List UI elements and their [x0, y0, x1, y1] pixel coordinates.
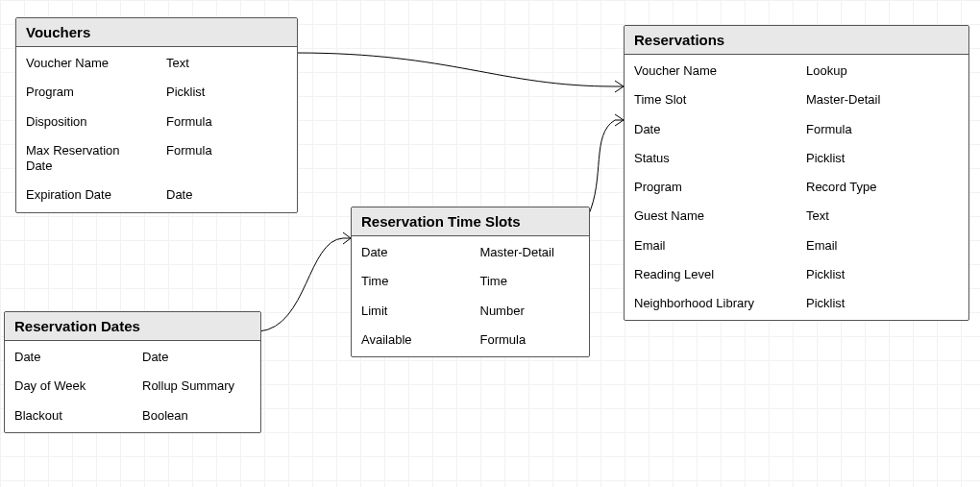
entity-vouchers-title: Vouchers — [16, 18, 297, 47]
field-name: Guest Name — [625, 202, 796, 231]
table-row: Voucher Name Text — [16, 49, 297, 78]
entity-vouchers-body: Voucher Name Text Program Picklist Dispo… — [16, 47, 297, 212]
table-row: Time Time — [352, 267, 589, 296]
field-type: Text — [157, 49, 297, 78]
field-name: Disposition — [16, 108, 157, 136]
field-type: Lookup — [796, 57, 968, 85]
table-row: Voucher Name Lookup — [625, 57, 968, 85]
table-row: Status Picklist — [625, 144, 968, 173]
entity-vouchers[interactable]: Vouchers Voucher Name Text Program Pickl… — [15, 17, 298, 213]
field-type: Picklist — [157, 78, 297, 107]
field-name: Blackout — [5, 402, 133, 430]
field-type: Picklist — [796, 260, 968, 289]
rel-timeslots-to-reservations — [588, 120, 615, 216]
field-name: Time — [352, 267, 471, 296]
field-type: Formula — [157, 108, 297, 136]
field-name: Expiration Date — [16, 181, 157, 209]
table-row: Limit Number — [352, 297, 589, 326]
field-name: Voucher Name — [16, 49, 157, 78]
rel-dates-to-timeslots — [259, 238, 343, 331]
field-name: Voucher Name — [625, 57, 796, 85]
table-row: Date Master-Detail — [352, 238, 589, 267]
field-name: Available — [352, 326, 471, 354]
field-type: Time — [471, 267, 590, 296]
table-row: Time Slot Master-Detail — [625, 85, 968, 114]
field-type: Boolean — [133, 402, 260, 430]
table-row: Available Formula — [352, 326, 589, 354]
field-name: Status — [625, 144, 796, 173]
field-type: Formula — [471, 326, 590, 354]
field-type: Email — [796, 231, 968, 260]
field-name: Date — [625, 115, 796, 144]
entity-reservations-title: Reservations — [625, 26, 968, 55]
field-type: Formula — [796, 115, 968, 144]
field-type: Master-Detail — [796, 85, 968, 114]
rel-vouchers-to-reservations — [296, 53, 615, 86]
field-type: Master-Detail — [471, 238, 590, 267]
field-name: Time Slot — [625, 85, 796, 114]
table-row: Program Picklist — [16, 78, 297, 107]
erd-canvas: Vouchers Voucher Name Text Program Pickl… — [0, 0, 980, 487]
field-type: Picklist — [796, 289, 968, 318]
field-type: Date — [157, 181, 297, 209]
table-row: Guest Name Text — [625, 202, 968, 231]
table-row: Expiration Date Date — [16, 181, 297, 209]
field-type: Picklist — [796, 144, 968, 173]
table-row: Day of Week Rollup Summary — [5, 372, 260, 401]
field-name: Program — [625, 173, 796, 202]
table-row: Program Record Type — [625, 173, 968, 202]
entity-reservation-dates-title: Reservation Dates — [5, 312, 260, 341]
entity-reservation-dates[interactable]: Reservation Dates Date Date Day of Week … — [4, 311, 261, 433]
field-name: Program — [16, 78, 157, 107]
entity-reservation-time-slots-title: Reservation Time Slots — [352, 207, 589, 236]
field-name: Date — [5, 343, 133, 372]
table-row: Max Reservation Date Formula — [16, 136, 297, 182]
field-type: Formula — [157, 136, 297, 182]
field-type: Record Type — [796, 173, 968, 202]
entity-reservation-time-slots[interactable]: Reservation Time Slots Date Master-Detai… — [351, 207, 590, 357]
table-row: Email Email — [625, 231, 968, 260]
field-type: Number — [471, 297, 590, 326]
table-row: Date Date — [5, 343, 260, 372]
field-name: Limit — [352, 297, 471, 326]
entity-reservation-time-slots-body: Date Master-Detail Time Time Limit Numbe… — [352, 236, 589, 356]
field-name: Neighborhood Library — [625, 289, 796, 318]
field-name: Reading Level — [625, 260, 796, 289]
field-type: Text — [796, 202, 968, 231]
entity-reservation-dates-body: Date Date Day of Week Rollup Summary Bla… — [5, 341, 260, 432]
table-row: Disposition Formula — [16, 108, 297, 136]
table-row: Blackout Boolean — [5, 402, 260, 430]
entity-reservations[interactable]: Reservations Voucher Name Lookup Time Sl… — [624, 25, 969, 321]
table-row: Date Formula — [625, 115, 968, 144]
field-name: Date — [352, 238, 471, 267]
field-type: Rollup Summary — [133, 372, 260, 401]
entity-reservations-body: Voucher Name Lookup Time Slot Master-Det… — [625, 55, 968, 320]
field-name: Max Reservation Date — [16, 136, 157, 182]
field-name: Day of Week — [5, 372, 133, 401]
table-row: Reading Level Picklist — [625, 260, 968, 289]
table-row: Neighborhood Library Picklist — [625, 289, 968, 318]
field-name: Email — [625, 231, 796, 260]
field-type: Date — [133, 343, 260, 372]
